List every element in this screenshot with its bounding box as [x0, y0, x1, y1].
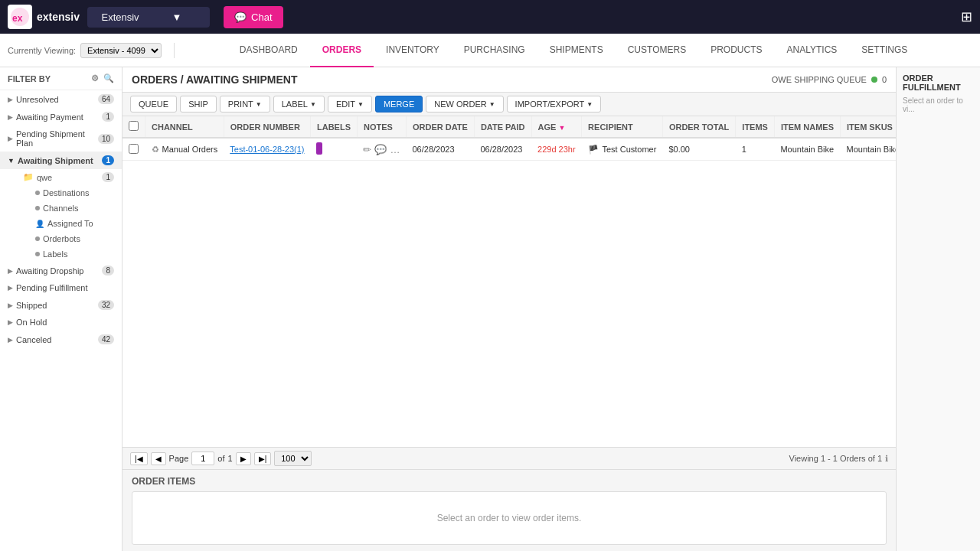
row-items: 1	[736, 138, 775, 161]
store-dropdown[interactable]: Extensiv - 4099	[80, 43, 162, 58]
col-item-names[interactable]: ITEM NAMES	[774, 116, 840, 138]
sidebar-item-assigned-to[interactable]: 👤 Assigned To	[28, 216, 122, 231]
col-channel[interactable]: CHANNEL	[145, 116, 224, 138]
dot-icon	[35, 191, 40, 195]
order-number-link[interactable]: Test-01-06-28-23(1)	[230, 145, 304, 154]
currently-viewing: Currently Viewing: Extensiv - 4099	[8, 43, 175, 58]
dot-icon	[35, 252, 40, 256]
toolbar: QUEUE SHIP PRINT▼ LABEL▼ EDIT▼ MERGE NEW…	[122, 93, 896, 116]
new-order-button[interactable]: NEW ORDER▼	[426, 96, 503, 112]
col-date-paid[interactable]: DATE PAID	[474, 116, 531, 138]
col-order-number[interactable]: ORDER NUMBER	[224, 116, 310, 138]
nav-shipments[interactable]: SHIPMENTS	[537, 34, 616, 67]
nav-analytics[interactable]: ANALYTICS	[775, 34, 850, 67]
next-page-button[interactable]: ▶	[236, 452, 251, 465]
chat-button[interactable]: 💬 Chat	[224, 6, 283, 28]
row-checkbox-cell[interactable]	[122, 138, 145, 161]
logo-icon: ex	[8, 5, 32, 29]
prev-page-button[interactable]: ◀	[151, 452, 166, 465]
nav-bar: Currently Viewing: Extensiv - 4099 DASHB…	[0, 34, 980, 67]
search-icon[interactable]: 🔍	[103, 73, 114, 83]
notes-icons: ✏ 💬 …	[363, 144, 400, 155]
nav-settings[interactable]: SETTINGS	[849, 34, 920, 67]
ship-button[interactable]: SHIP	[180, 96, 217, 112]
import-export-button[interactable]: IMPORT/EXPORT▼	[507, 96, 602, 112]
print-button[interactable]: PRINT▼	[220, 96, 270, 112]
nav-dashboard[interactable]: DASHBOARD	[227, 34, 310, 67]
sidebar-item-badge: 1	[102, 172, 114, 182]
col-items[interactable]: ITEMS	[736, 116, 775, 138]
sidebar-item-labels[interactable]: Labels	[28, 246, 122, 262]
person-icon: 👤	[35, 220, 44, 228]
table-header-row: CHANNEL ORDER NUMBER LABELS NOTES ORDER …	[122, 116, 896, 138]
label-button[interactable]: LABEL▼	[273, 96, 325, 112]
main-layout: FILTER BY ⚙ 🔍 ▶Unresolved 64 ▶Awaiting P…	[0, 67, 980, 551]
sidebar-item-pending-fulfillment[interactable]: ▶Pending Fulfillment	[0, 279, 122, 296]
sidebar-item-qwe[interactable]: 📁 qwe 1	[15, 169, 122, 185]
select-all-checkbox-header[interactable]	[122, 116, 145, 138]
nav-products[interactable]: PRODUCTS	[698, 34, 774, 67]
sidebar-item-channels[interactable]: Channels	[28, 201, 122, 216]
store-name: Extensiv	[95, 11, 145, 23]
page-label: Page	[169, 454, 189, 463]
orders-header: ORDERS / AWAITING SHIPMENT OWE SHIPPING …	[122, 67, 896, 93]
sidebar-item-destinations[interactable]: Destinations	[28, 185, 122, 201]
comment-note-icon[interactable]: 💬	[374, 144, 387, 155]
row-checkbox[interactable]	[129, 144, 139, 154]
sidebar-item-canceled[interactable]: ▶Canceled 42	[0, 331, 122, 348]
sidebar: FILTER BY ⚙ 🔍 ▶Unresolved 64 ▶Awaiting P…	[0, 67, 122, 551]
col-notes[interactable]: NOTES	[357, 116, 406, 138]
sidebar-item-label: Unresolved	[16, 95, 59, 104]
col-order-total[interactable]: ORDER TOTAL	[662, 116, 735, 138]
sidebar-item-badge: 1	[102, 112, 114, 122]
chat-icon: 💬	[234, 11, 247, 23]
sidebar-item-shipped[interactable]: ▶Shipped 32	[0, 296, 122, 314]
nav-orders[interactable]: ORDERS	[310, 34, 374, 67]
orders-table-container: CHANNEL ORDER NUMBER LABELS NOTES ORDER …	[122, 116, 896, 447]
sidebar-item-label: Pending Fulfillment	[16, 283, 88, 292]
sidebar-item-label: Canceled	[16, 335, 51, 344]
orders-table: CHANNEL ORDER NUMBER LABELS NOTES ORDER …	[122, 116, 896, 161]
sidebar-item-awaiting-shipment[interactable]: ▼Awaiting Shipment 1	[0, 152, 122, 169]
sidebar-item-label: Awaiting Payment	[16, 112, 83, 122]
sidebar-item-awaiting-dropship[interactable]: ▶Awaiting Dropship 8	[0, 262, 122, 279]
nav-purchasing[interactable]: PURCHASING	[452, 34, 537, 67]
more-note-icon[interactable]: …	[390, 144, 400, 155]
edit-note-icon[interactable]: ✏	[363, 144, 371, 155]
merge-button[interactable]: MERGE	[375, 96, 423, 112]
nav-inventory[interactable]: INVENTORY	[374, 34, 452, 67]
sidebar-item-label: qwe	[37, 173, 52, 182]
sidebar-item-pending-shipment-plan[interactable]: ▶Pending Shipment Plan 10	[0, 126, 122, 152]
info-icon[interactable]: ℹ	[885, 454, 888, 464]
nav-customers[interactable]: CUSTOMERS	[616, 34, 698, 67]
sidebar-item-label: Awaiting Dropship	[16, 266, 83, 276]
col-order-date[interactable]: ORDER DATE	[406, 116, 474, 138]
filter-icon[interactable]: ⚙	[91, 73, 99, 83]
sidebar-item-orderbots[interactable]: Orderbots	[28, 231, 122, 246]
sidebar-item-unresolved[interactable]: ▶Unresolved 64	[0, 90, 122, 108]
col-age[interactable]: AGE ▼	[531, 116, 582, 138]
col-labels[interactable]: LABELS	[310, 116, 357, 138]
edit-button[interactable]: EDIT▼	[328, 96, 372, 112]
order-items-section: ORDER ITEMS Select an order to view orde…	[122, 469, 896, 551]
col-item-skus[interactable]: ITEM SKUS	[841, 116, 896, 138]
page-input[interactable]	[191, 452, 214, 465]
chat-label: Chat	[251, 11, 272, 23]
table-row[interactable]: ♻ Manual Orders Test-01-06-28-23(1)	[122, 138, 896, 161]
col-recipient[interactable]: RECIPIENT	[582, 116, 663, 138]
page-size-select[interactable]: 100	[274, 451, 312, 466]
grid-icon[interactable]: ⊞	[961, 9, 972, 24]
select-all-checkbox[interactable]	[129, 121, 139, 131]
svg-text:ex: ex	[12, 13, 23, 24]
content-area: ORDERS / AWAITING SHIPMENT OWE SHIPPING …	[122, 67, 896, 551]
sidebar-item-awaiting-payment[interactable]: ▶Awaiting Payment 1	[0, 108, 122, 126]
sidebar-item-label: Shipped	[16, 301, 47, 310]
edit-dropdown-arrow: ▼	[358, 101, 364, 108]
store-selector[interactable]: Extensiv ▼	[87, 7, 210, 28]
row-order-number[interactable]: Test-01-06-28-23(1)	[224, 138, 310, 161]
sidebar-item-on-hold[interactable]: ▶On Hold	[0, 314, 122, 331]
sidebar-item-label: Destinations	[43, 188, 90, 197]
first-page-button[interactable]: |◀	[130, 452, 148, 465]
last-page-button[interactable]: ▶|	[254, 452, 272, 465]
queue-button[interactable]: QUEUE	[130, 96, 177, 112]
